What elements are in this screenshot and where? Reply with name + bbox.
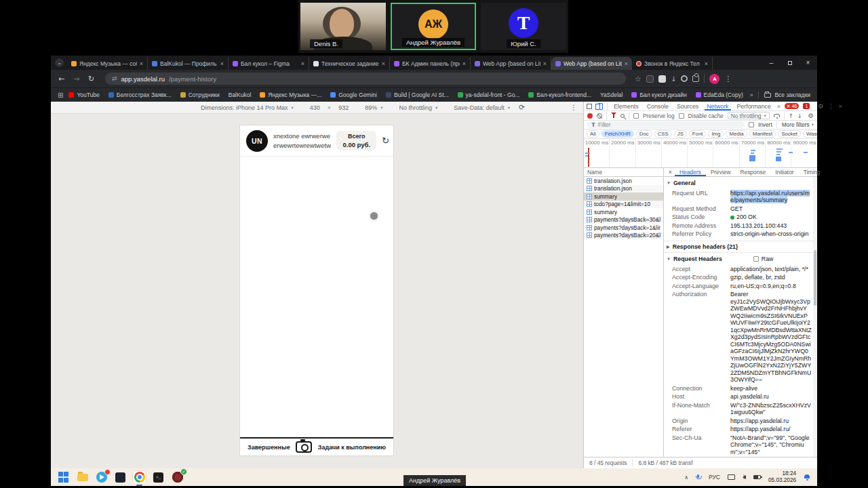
viewport-width[interactable]: 430 — [310, 104, 320, 111]
bookmark-item[interactable]: YouTube — [68, 92, 99, 98]
tab-search-button[interactable]: ⌄ — [55, 58, 64, 67]
bookmark-item[interactable]: ya-sdelal-front - Go... — [458, 92, 520, 98]
file-explorer-button[interactable] — [76, 471, 89, 484]
browser-tab[interactable]: Техническое задание: А × — [309, 57, 390, 70]
bookmark-star-icon[interactable]: ☆ — [635, 75, 642, 83]
workspace-app-button[interactable] — [114, 471, 127, 484]
details-close-icon[interactable]: × — [666, 169, 675, 176]
browser-tab[interactable]: Звонок в Яндекс Тел × — [632, 57, 713, 70]
tab-initiator[interactable]: Initiator — [770, 168, 798, 176]
bookmark-item[interactable]: Белгосстрах Заявк... — [108, 92, 172, 98]
response-headers-section[interactable]: ▶Response headers (21) — [664, 241, 813, 253]
tab-close-icon[interactable]: × — [140, 60, 143, 67]
browser-tab[interactable]: Web App (based on LiteF × — [471, 57, 551, 70]
extension-icon[interactable] — [658, 75, 666, 83]
network-timeline[interactable]: 10000 ms20000 ms30000 ms40000 ms50000 ms… — [584, 139, 817, 168]
clock[interactable]: 18:24 05.03.2026 — [768, 470, 796, 485]
rotate-icon[interactable]: ⟳ — [519, 103, 525, 112]
refresh-icon[interactable]: ↻ — [382, 136, 389, 146]
bookmark-item[interactable]: YaSdelal — [600, 92, 623, 98]
camera-button[interactable] — [296, 441, 312, 453]
participant-tile[interactable]: T Юрий С. — [481, 3, 566, 50]
tab-sources[interactable]: Sources — [675, 102, 701, 110]
tab-elements[interactable]: Elements — [612, 102, 641, 110]
browser-tab[interactable]: Бал кукол – Figma × — [229, 57, 309, 70]
request-row[interactable]: todo?page=1&limit=10 — [584, 201, 663, 209]
network-settings-icon[interactable]: ⚙ — [808, 112, 814, 119]
settings-gear-icon[interactable]: ⚙ — [818, 102, 824, 110]
bookmark-item[interactable]: Бал кукол дизайн — [631, 92, 686, 98]
tab-close-icon[interactable]: × — [220, 60, 224, 67]
filter-funnel-icon[interactable] — [611, 113, 616, 119]
bookmark-item[interactable]: EdaEda (Copy) – Fig... — [696, 92, 745, 98]
telegram-button[interactable] — [95, 471, 108, 484]
request-row[interactable]: payments?daysBack=30&limit=100 — [584, 216, 663, 224]
filter-input[interactable]: Filter — [587, 121, 745, 128]
extensions-puzzle-icon[interactable] — [692, 75, 699, 82]
user-avatar[interactable]: UN — [246, 130, 268, 152]
issue-badge[interactable]: 1 — [803, 103, 810, 109]
type-chip[interactable]: Fetch/XHR — [601, 130, 634, 138]
display-icon[interactable] — [728, 474, 735, 480]
language-indicator[interactable]: РУС — [709, 474, 720, 481]
type-chip[interactable]: All — [587, 130, 599, 138]
bookmark-item[interactable]: Google Gemini — [330, 92, 377, 98]
reload-button[interactable]: ↻ — [86, 75, 96, 83]
throttling-select[interactable]: No throttling — [399, 104, 432, 111]
type-chip[interactable]: Wasm — [803, 130, 817, 138]
device-select[interactable]: Dimensions: iPhone 14 Pro Max — [201, 104, 288, 111]
tasks-tab[interactable]: Задачи к выполнению — [318, 444, 386, 451]
tab-network[interactable]: Network — [705, 102, 730, 110]
type-chip[interactable]: Font — [689, 130, 707, 138]
type-chip[interactable]: JS — [674, 130, 687, 138]
network-conditions-icon[interactable] — [774, 114, 780, 117]
chrome-button[interactable] — [133, 471, 146, 484]
bookmark-item[interactable]: BalKukol — [229, 92, 252, 98]
tab-console[interactable]: Console — [645, 102, 671, 110]
profile-avatar[interactable]: A — [709, 74, 719, 84]
extension-icon[interactable] — [646, 75, 654, 83]
bookmark-item[interactable]: Сотрудники — [180, 92, 220, 98]
download-icon[interactable]: ↓ — [671, 75, 676, 83]
browser-tab[interactable]: Web App (based on LiteF × — [551, 57, 632, 70]
browser-menu-icon[interactable]: ⋮ — [724, 75, 732, 83]
tab-close-icon[interactable]: × — [301, 60, 304, 67]
notification-bell-icon[interactable] — [804, 474, 810, 481]
type-chip[interactable]: Doc — [636, 130, 652, 138]
scrollbar[interactable] — [813, 177, 817, 457]
tab-headers[interactable]: Headers — [675, 168, 706, 176]
bookmark-item[interactable]: Бал-кукол-frontend... — [528, 92, 591, 98]
clear-icon[interactable] — [597, 113, 602, 119]
tray-expand-icon[interactable]: ∧ — [684, 474, 688, 481]
request-row[interactable]: payments?daysBack=1&limit=100 — [584, 224, 663, 232]
address-bar[interactable]: ⇄ app.yasdelal.ru/payment-history — [105, 73, 626, 85]
request-row[interactable]: translation.json — [584, 185, 663, 193]
invert-checkbox[interactable] — [749, 122, 754, 127]
maximize-button[interactable] — [781, 56, 799, 70]
save-data-select[interactable]: Save-Data: default — [454, 104, 505, 111]
zoom-select[interactable]: 89% — [365, 104, 377, 111]
request-row[interactable]: summary — [584, 192, 663, 201]
apps-grid-icon[interactable]: ⊞ — [58, 92, 63, 99]
forward-button[interactable]: → — [71, 75, 81, 83]
browser-tab[interactable]: БК Админ панель (прос × — [390, 57, 471, 70]
request-row[interactable]: summary — [584, 208, 663, 216]
browser-tab[interactable]: Яндекс Музыка — собир × — [67, 57, 148, 70]
tab-close-icon[interactable]: × — [705, 60, 708, 67]
completed-tab[interactable]: Завершенные — [248, 444, 290, 451]
speaker-icon[interactable] — [743, 475, 746, 479]
type-chip[interactable]: Socket — [778, 130, 801, 138]
general-section[interactable]: ▼General — [664, 177, 813, 189]
more-filters-dropdown[interactable]: More filters▾ — [776, 121, 814, 128]
error-badge[interactable]: ✕46 — [785, 103, 800, 109]
tab-close-icon[interactable]: × — [543, 60, 547, 67]
record-icon[interactable] — [587, 113, 593, 119]
microphone-icon[interactable] — [696, 474, 701, 481]
devtools-close-icon[interactable]: × — [838, 102, 842, 110]
preserve-log-checkbox[interactable] — [633, 113, 639, 119]
bookmarks-overflow-icon[interactable]: » — [750, 92, 753, 98]
tab-timing[interactable]: Timing — [799, 168, 825, 176]
recorder-app-button[interactable]: ✓ — [171, 471, 184, 484]
disable-cache-checkbox[interactable] — [679, 113, 684, 119]
tab-preview[interactable]: Preview — [706, 168, 736, 176]
